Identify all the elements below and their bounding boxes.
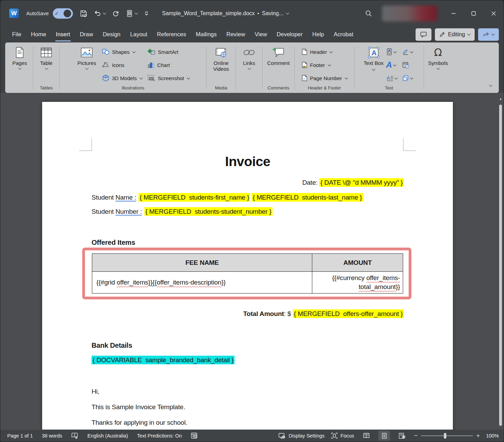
document-title[interactable]: Sample_Word_Template_simple.docx • Savin… bbox=[162, 10, 288, 17]
word-logo-icon[interactable]: W bbox=[9, 9, 19, 18]
saving-status: Saving... bbox=[262, 10, 283, 17]
editing-mode-button[interactable]: Editing bbox=[435, 28, 475, 41]
title-chevron[interactable] bbox=[286, 11, 289, 15]
tab-mailings[interactable]: Mailings bbox=[191, 26, 222, 42]
tab-insert[interactable]: Insert bbox=[51, 26, 75, 42]
read-mode-icon bbox=[363, 433, 370, 439]
page-indicator[interactable]: Page 1 of 1 bbox=[7, 433, 33, 439]
redo-button[interactable] bbox=[109, 7, 123, 20]
zoom-slider[interactable]: − + bbox=[414, 433, 480, 439]
pictures-button[interactable]: Pictures bbox=[74, 45, 99, 70]
signature-line-button[interactable] bbox=[400, 45, 415, 58]
tab-home[interactable]: Home bbox=[26, 26, 51, 42]
account-badge[interactable] bbox=[382, 6, 437, 21]
date-time-button[interactable] bbox=[400, 58, 415, 71]
pictures-chevron bbox=[85, 66, 88, 70]
icons-button[interactable]: Icons bbox=[100, 58, 144, 71]
tab-draw[interactable]: Draw bbox=[75, 26, 98, 42]
zoom-out-button[interactable]: − bbox=[414, 433, 418, 439]
window-controls bbox=[444, 0, 504, 26]
bank-detail-field: { DOCVARIABLE sample_branded_bank_detail… bbox=[92, 356, 235, 364]
zoom-level[interactable]: 100% bbox=[486, 433, 499, 439]
focus-button[interactable]: Focus bbox=[331, 432, 354, 439]
quick-parts-button[interactable] bbox=[384, 45, 399, 58]
shapes-button[interactable]: Shapes bbox=[100, 45, 144, 58]
pages-button[interactable]: Pages bbox=[9, 45, 31, 70]
language-button[interactable]: English (Australia) bbox=[87, 433, 128, 439]
tab-acrobat[interactable]: Acrobat bbox=[329, 26, 358, 42]
page-number-button[interactable]: # Page Number bbox=[299, 71, 350, 85]
save-button[interactable] bbox=[76, 7, 91, 20]
tab-layout[interactable]: Layout bbox=[125, 26, 152, 42]
ribbon-group-header-footer: Header Footer # bbox=[295, 45, 353, 93]
3d-models-button[interactable]: 3D Models bbox=[100, 71, 144, 85]
read-mode-button[interactable] bbox=[360, 431, 372, 441]
tab-help[interactable]: Help bbox=[307, 26, 329, 42]
symbols-button[interactable]: Ω Symbols bbox=[426, 45, 450, 70]
undo-button[interactable] bbox=[91, 7, 109, 20]
scrollbar-thumb[interactable] bbox=[499, 105, 502, 426]
zoom-in-button[interactable]: + bbox=[476, 433, 480, 439]
quick-access-list-icon bbox=[126, 9, 133, 18]
display-settings-icon bbox=[278, 433, 286, 439]
vertical-scrollbar[interactable]: ▲ bbox=[498, 94, 503, 429]
ribbon-collapse-button[interactable] bbox=[488, 80, 493, 89]
fee-cell[interactable]: {{#grid offer_items}}{{offer_items-descr… bbox=[92, 272, 312, 294]
table-icon bbox=[40, 47, 52, 58]
zoom-track[interactable] bbox=[421, 435, 473, 436]
tab-design[interactable]: Design bbox=[98, 26, 125, 42]
customize-toolbar-button[interactable] bbox=[141, 7, 152, 20]
wordart-chevron bbox=[393, 63, 396, 66]
amount-cell[interactable]: {{#currency offer_items- total_amount}} bbox=[312, 272, 403, 294]
chart-button[interactable]: Chart bbox=[145, 58, 192, 71]
header-button[interactable]: Header bbox=[299, 45, 350, 58]
undo-menu-chevron[interactable] bbox=[103, 11, 106, 15]
editor-button[interactable] bbox=[191, 432, 198, 439]
tab-view[interactable]: View bbox=[250, 26, 272, 42]
table-button[interactable]: Table bbox=[35, 45, 57, 70]
document-page[interactable]: Invoice Date: { DATE \@ "d MMMM yyyy" } … bbox=[42, 102, 453, 430]
tab-references[interactable]: References bbox=[152, 26, 191, 42]
footer-button[interactable]: Footer bbox=[299, 58, 350, 71]
smartart-button[interactable]: SmartArt bbox=[145, 45, 192, 58]
wordart-button[interactable]: A bbox=[384, 58, 399, 71]
search-button[interactable] bbox=[361, 7, 376, 20]
word-count[interactable]: 38 words bbox=[42, 433, 62, 439]
comments-toggle-button[interactable] bbox=[416, 28, 431, 41]
maximize-button[interactable] bbox=[464, 0, 484, 26]
ribbon-tabs-row: File Home Insert Draw Design Layout Refe… bbox=[0, 26, 504, 42]
share-chevron bbox=[492, 32, 495, 36]
maximize-icon bbox=[471, 11, 476, 16]
title-separator: • bbox=[257, 11, 259, 16]
scroll-up-arrow[interactable]: ▲ bbox=[498, 97, 503, 100]
print-layout-button[interactable] bbox=[378, 431, 390, 441]
comment-button[interactable]: Comment bbox=[265, 45, 292, 66]
minimize-button[interactable] bbox=[444, 0, 464, 26]
comment-bubble-icon bbox=[420, 31, 427, 38]
text-box-button[interactable]: A Text Box bbox=[364, 45, 384, 72]
total-label: Total Amount bbox=[243, 310, 284, 317]
object-button[interactable] bbox=[400, 71, 415, 85]
quick-access-list-button[interactable] bbox=[123, 7, 141, 20]
screenshot-button[interactable]: Screenshot bbox=[145, 71, 192, 85]
offered-items-table: FEE NAME AMOUNT {{#grid offer_items}}{{o… bbox=[92, 253, 403, 294]
tab-file[interactable]: File bbox=[7, 26, 26, 42]
quick-parts-icon bbox=[386, 48, 392, 56]
proofing-status-button[interactable] bbox=[71, 432, 78, 439]
tab-review[interactable]: Review bbox=[221, 26, 250, 42]
drop-cap-button[interactable]: A bbox=[384, 71, 399, 85]
drop-cap-icon: A bbox=[386, 75, 393, 81]
display-settings-button[interactable]: Display Settings bbox=[278, 433, 325, 439]
close-button[interactable] bbox=[484, 0, 504, 26]
online-videos-icon bbox=[215, 47, 227, 58]
tab-developer[interactable]: Developer bbox=[272, 26, 307, 42]
quick-access-chevron[interactable] bbox=[135, 11, 138, 15]
zoom-handle[interactable] bbox=[444, 433, 446, 439]
text-predictions[interactable]: Text Predictions: On bbox=[137, 433, 182, 439]
links-button[interactable]: Links bbox=[238, 45, 260, 70]
autosave-toggle[interactable]: ✓ bbox=[53, 8, 73, 19]
share-button[interactable] bbox=[478, 28, 499, 41]
amount-header: AMOUNT bbox=[312, 254, 403, 272]
web-layout-button[interactable] bbox=[396, 431, 408, 441]
online-videos-button[interactable]: Online Videos bbox=[209, 45, 234, 72]
